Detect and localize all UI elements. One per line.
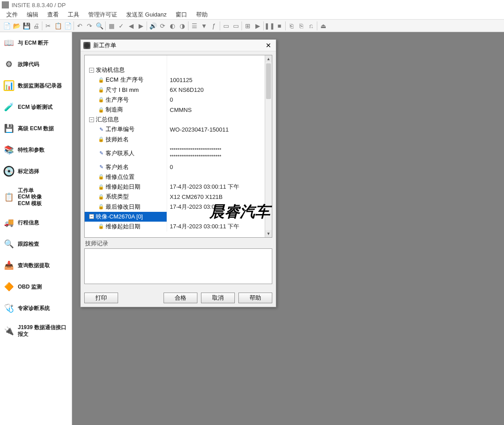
- toolbar-rect2-icon[interactable]: ▭: [231, 21, 241, 31]
- toolbar-redo-icon[interactable]: ↷: [85, 21, 94, 31]
- scroll-thumb[interactable]: [266, 63, 271, 99]
- menu-0[interactable]: 文件: [2, 10, 22, 20]
- sidebar-item-9[interactable]: 🔍跟踪检查: [0, 233, 72, 255]
- sidebar-item-7[interactable]: 📋工作单 ECM 映像 ECM 模板: [0, 182, 72, 212]
- tree-property-row[interactable]: 🔒系统类型X12 CM2670 X121B: [85, 192, 265, 202]
- toolbar-print-icon[interactable]: 🖨: [31, 21, 41, 31]
- expand-icon[interactable]: −: [89, 117, 94, 122]
- tree-property-row[interactable]: 🔒制造商CMMNS: [85, 105, 265, 115]
- toolbar-filter-icon[interactable]: ▼: [199, 21, 209, 31]
- property-key: 维修起始日期: [106, 223, 140, 231]
- toolbar-c1-icon[interactable]: ◐: [168, 21, 177, 31]
- lock-icon: 🔒: [98, 194, 104, 200]
- tree-property-row[interactable]: 🔒最后修改日期17-4月-2023 03:0: [85, 202, 265, 211]
- sidebar-item-10[interactable]: 📥查询数据提取: [0, 255, 72, 276]
- expand-icon[interactable]: −: [89, 68, 94, 73]
- sidebar-item-3[interactable]: 🧪ECM 诊断测试: [0, 96, 72, 118]
- lock-icon: 🔒: [98, 87, 104, 93]
- property-key: 技师姓名: [106, 136, 129, 144]
- print-button[interactable]: 打印: [84, 293, 118, 303]
- menu-5[interactable]: 发送至 Guidanz: [122, 10, 171, 20]
- sidebar-icon-2: 📊: [4, 80, 14, 91]
- main-area: 📖与 ECM 断开⚙故障代码📊数据监测器/记录器🧪ECM 诊断测试💾高级 ECM…: [0, 32, 504, 425]
- sidebar-icon-10: 📥: [4, 260, 14, 271]
- app-title: INSITE 8.8.3.40 / DP: [12, 2, 66, 8]
- toolbar-open-icon[interactable]: 📂: [12, 21, 21, 31]
- toolbar-save-icon[interactable]: 💾: [21, 21, 31, 31]
- tree-property-row[interactable]: 🔒维修点位置: [85, 172, 265, 182]
- tree-property-row[interactable]: 🔒ECM 生产序号1001125: [85, 75, 265, 85]
- property-key: 维修起始日期: [106, 183, 140, 191]
- tree-group-row[interactable]: −汇总信息: [85, 115, 265, 124]
- toolbar-stop-icon[interactable]: ■: [275, 21, 284, 31]
- sidebar-icon-13: 🔌: [4, 326, 14, 336]
- vertical-scrollbar[interactable]: ▲ ▼: [265, 55, 272, 237]
- help-button[interactable]: 帮助: [238, 293, 272, 303]
- expand-icon[interactable]: −: [89, 214, 94, 219]
- toolbar-exit-icon[interactable]: ⏏: [318, 21, 328, 31]
- toolbar-undo-icon[interactable]: ↶: [75, 21, 85, 31]
- toolbar-find-icon[interactable]: 🔍: [94, 21, 104, 31]
- toolbar-t3-icon[interactable]: ⎌: [306, 21, 316, 31]
- close-icon[interactable]: ✕: [263, 41, 273, 50]
- tree-property-row[interactable]: ✎客户姓名0: [85, 162, 265, 172]
- sidebar-item-5[interactable]: 📚特性和参数: [0, 139, 72, 161]
- sidebar-item-1[interactable]: ⚙故障代码: [0, 54, 72, 75]
- property-key: ECM 生产序号: [106, 76, 143, 84]
- tree-property-row[interactable]: 🔒技师姓名: [85, 135, 265, 144]
- toolbar-refresh-icon[interactable]: ⟳: [158, 21, 168, 31]
- toolbar-copy-icon[interactable]: 📋: [53, 21, 63, 31]
- toolbar-t1-icon[interactable]: ⎗: [287, 21, 296, 31]
- menu-2[interactable]: 查看: [43, 10, 63, 20]
- property-key: 客户姓名: [106, 163, 129, 171]
- tree-group-row[interactable]: −映像-CM2670A [0]: [85, 212, 265, 222]
- title-bar: INSITE 8.8.3.40 / DP: [0, 0, 504, 10]
- sidebar-item-13[interactable]: 🔌J1939 数据通信接口报文: [0, 319, 72, 342]
- tree-property-row[interactable]: 🔒维修起始日期17-4月-2023 03:00:11 下午: [85, 182, 265, 192]
- toolbar-list-icon[interactable]: ☰: [189, 21, 199, 31]
- toolbar-cols-icon[interactable]: ⊞: [243, 21, 253, 31]
- scroll-up-icon[interactable]: ▲: [265, 55, 272, 62]
- toolbar-pause-icon[interactable]: ❚❚: [265, 21, 275, 31]
- ok-button[interactable]: 合格: [164, 293, 197, 303]
- workspace: 新工作单 ✕ −发动机信息🔒ECM 生产序号1001125🔒尺寸 I BI mm…: [72, 32, 504, 425]
- cancel-button[interactable]: 取消: [201, 293, 235, 303]
- scroll-down-icon[interactable]: ▼: [265, 230, 272, 237]
- sidebar-label-4: 高级 ECM 数据: [18, 125, 54, 132]
- sidebar-item-6[interactable]: 💿标定选择: [0, 161, 72, 182]
- toolbar-sound-icon[interactable]: 🔊: [148, 21, 158, 31]
- toolbar-cut-icon[interactable]: ✂: [43, 21, 53, 31]
- toolbar-new-icon[interactable]: 📄: [2, 21, 12, 31]
- toolbar-back-icon[interactable]: ◀: [126, 21, 136, 31]
- sidebar-icon-6: 💿: [4, 166, 14, 177]
- tree-property-row[interactable]: ✎客户联系人*************************** ******…: [85, 144, 265, 162]
- sidebar-item-11[interactable]: 🔶OBD 监测: [0, 276, 72, 297]
- menu-1[interactable]: 编辑: [22, 10, 43, 20]
- app-icon: [2, 1, 9, 8]
- menu-6[interactable]: 窗口: [171, 10, 192, 20]
- toolbar-page-icon[interactable]: ▦: [107, 21, 116, 31]
- tree-property-row[interactable]: 🔒生产序号0: [85, 95, 265, 105]
- toolbar-fwd-icon[interactable]: ▶: [136, 21, 146, 31]
- sidebar-item-8[interactable]: 🚚行程信息: [0, 212, 72, 233]
- menu-3[interactable]: 工具: [63, 10, 84, 20]
- tree-property-row[interactable]: 🔒尺寸 I BI mm6X NS6D120: [85, 85, 265, 95]
- toolbar-c2-icon[interactable]: ◑: [177, 21, 187, 31]
- sidebar-item-2[interactable]: 📊数据监测器/记录器: [0, 75, 72, 96]
- toolbar-check-icon[interactable]: ✓: [116, 21, 126, 31]
- toolbar-rect1-icon[interactable]: ▭: [221, 21, 231, 31]
- tree-group-row[interactable]: −发动机信息: [85, 65, 265, 75]
- menu-7[interactable]: 帮助: [192, 10, 212, 20]
- sidebar-item-0[interactable]: 📖与 ECM 断开: [0, 32, 72, 54]
- sidebar-item-12[interactable]: 🩺专家诊断系统: [0, 297, 72, 319]
- tree-property-row[interactable]: 🔒维修起始日期17-4月-2023 03:00:11 下午: [85, 222, 265, 231]
- sidebar-item-4[interactable]: 💾高级 ECM 数据: [0, 118, 72, 139]
- toolbar-paste-icon[interactable]: 📄: [63, 21, 73, 31]
- technician-notes-input[interactable]: [84, 248, 272, 284]
- toolbar-t2-icon[interactable]: ⎘: [296, 21, 306, 31]
- tree-property-row[interactable]: ✎工作单编号WO-20230417-150011: [85, 124, 265, 134]
- menu-4[interactable]: 管理许可证: [84, 10, 122, 20]
- property-value: 0: [167, 164, 265, 170]
- toolbar-fn-icon[interactable]: ƒ: [209, 21, 219, 31]
- toolbar-play-icon[interactable]: ▶: [253, 21, 262, 31]
